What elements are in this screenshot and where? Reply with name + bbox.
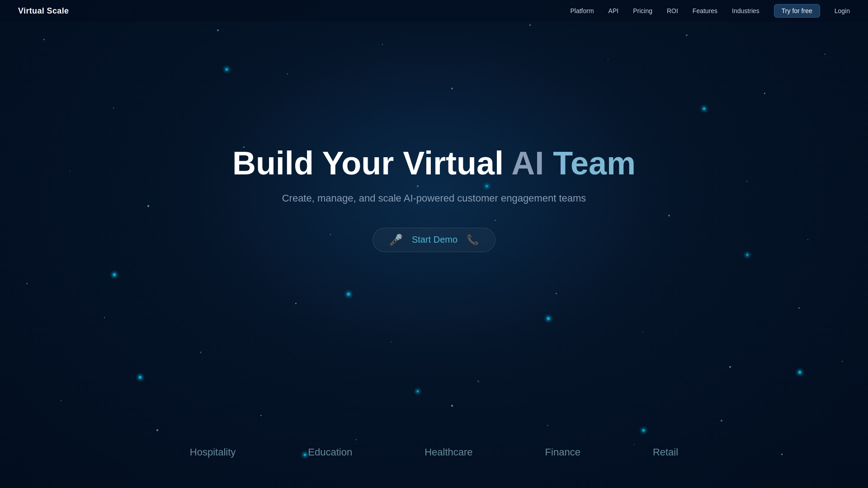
hero-title-gray: AI	[511, 145, 544, 181]
nav-link-api[interactable]: API	[609, 7, 619, 14]
nav-links: Platform API Pricing ROI Features Indust…	[570, 4, 850, 18]
hero-title: Build Your Virtual AI Team	[232, 145, 636, 181]
hero-title-blue: Team	[553, 145, 636, 181]
nav-link-pricing[interactable]: Pricing	[633, 7, 652, 14]
industry-tab-finance[interactable]: Finance	[545, 446, 580, 458]
hero-section: Build Your Virtual AI Team Create, manag…	[0, 0, 868, 488]
navbar: Virtual Scale Platform API Pricing ROI F…	[0, 0, 868, 22]
industry-tabs: Hospitality Education Healthcare Finance…	[0, 434, 868, 488]
hero-title-white: Build Your Virtual	[232, 145, 504, 181]
try-for-free-button[interactable]: Try for free	[774, 4, 820, 18]
industry-tab-education[interactable]: Education	[308, 446, 352, 458]
start-demo-button[interactable]: 🎤 Start Demo 📞	[373, 228, 495, 252]
industry-tab-healthcare[interactable]: Healthcare	[425, 446, 472, 458]
hero-subtitle: Create, manage, and scale AI-powered cus…	[282, 192, 586, 204]
nav-link-roi[interactable]: ROI	[667, 7, 678, 14]
nav-link-features[interactable]: Features	[693, 7, 717, 14]
phone-icon: 📞	[467, 234, 479, 246]
nav-link-platform[interactable]: Platform	[570, 7, 594, 14]
demo-button-label: Start Demo	[412, 235, 458, 245]
nav-link-industries[interactable]: Industries	[732, 7, 760, 14]
microphone-icon: 🎤	[389, 234, 403, 246]
logo[interactable]: Virtual Scale	[18, 6, 69, 16]
industry-tab-hospitality[interactable]: Hospitality	[190, 446, 236, 458]
login-link[interactable]: Login	[835, 7, 850, 14]
industry-tab-retail[interactable]: Retail	[653, 446, 678, 458]
